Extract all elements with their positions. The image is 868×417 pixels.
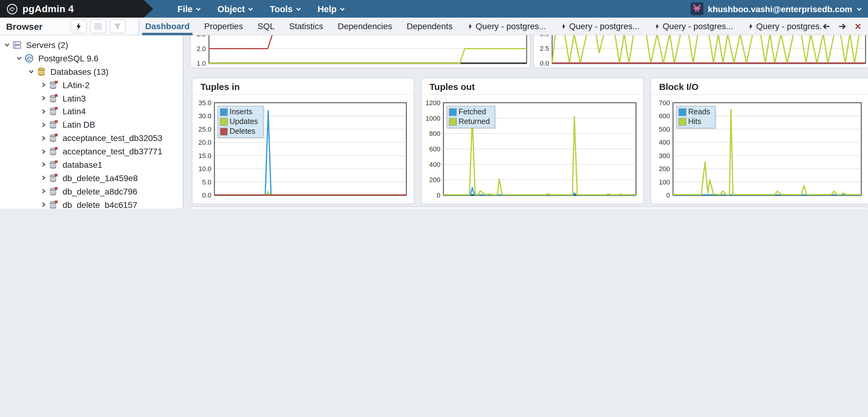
tab-dashboard[interactable]: Dashboard — [145, 17, 189, 35]
view-data-button[interactable] — [90, 19, 106, 33]
legend-swatch — [679, 118, 686, 125]
pgadmin-logo: pgAdmin 4 — [0, 0, 153, 18]
tab-query-tool-3[interactable]: Query - postgres... — [654, 17, 733, 35]
menu-tools[interactable]: Tools — [270, 4, 301, 14]
scroll-tabs-right-button[interactable] — [838, 22, 847, 31]
close-tab-button[interactable] — [854, 22, 863, 31]
filter-icon — [113, 22, 122, 31]
tree-item-postgresql-9-6[interactable]: PostgreSQL 9.6 — [0, 52, 183, 65]
database-icon — [36, 66, 47, 76]
legend-entry: Hits — [679, 117, 710, 126]
tree-item-servers-2-[interactable]: Servers (2) — [0, 38, 183, 52]
svg-text:0.0: 0.0 — [540, 60, 549, 67]
close-icon — [854, 22, 863, 31]
chevron-right-icon[interactable] — [39, 107, 48, 116]
tab-dependencies[interactable]: Dependencies — [338, 17, 392, 35]
tree-item-label: acceptance_test_db37771 — [63, 147, 162, 156]
tab-query-tool-1[interactable]: Query - postgres... — [467, 17, 546, 35]
tab-sql[interactable]: SQL — [257, 17, 275, 35]
filter-button[interactable] — [109, 19, 126, 33]
chevron-right-icon[interactable] — [39, 147, 48, 156]
svg-text:5.0: 5.0 — [202, 178, 211, 186]
chevron-down-icon[interactable] — [14, 54, 23, 63]
legend-swatch — [449, 118, 457, 125]
lightning-icon — [561, 22, 567, 30]
browser-panel-header: Browser — [0, 18, 139, 35]
database-x-icon — [49, 200, 59, 208]
tree-item-latin-db[interactable]: Latin DB — [0, 118, 183, 131]
menu-file[interactable]: File — [177, 4, 201, 14]
scroll-tabs-left-button[interactable] — [822, 22, 831, 31]
legend-swatch — [220, 118, 228, 125]
chart-title: Tuples in — [192, 79, 414, 95]
database-x-icon — [49, 186, 59, 196]
chart-panel-partial-right: 5.02.50.0 — [533, 35, 868, 68]
tab-query-tool-2[interactable]: Query - postgres... — [561, 17, 640, 35]
legend-swatch — [449, 108, 457, 116]
chevron-right-icon[interactable] — [39, 187, 48, 196]
tree-item-label: db_delete_a8dc796 — [63, 186, 137, 196]
menu-object[interactable]: Object — [217, 4, 253, 14]
tree-item-latin4[interactable]: Latin4 — [0, 105, 183, 118]
legend-label: Reads — [688, 108, 710, 116]
database-x-icon — [49, 93, 59, 103]
pgadmin-window: pgAdmin 4 FileObjectToolsHelp khushboo.v… — [0, 0, 868, 208]
svg-text:0: 0 — [666, 191, 670, 199]
chevron-down-icon[interactable] — [27, 67, 35, 76]
legend-label: Updates — [229, 117, 258, 126]
chevron-right-icon[interactable] — [39, 134, 48, 142]
chart-title: Block I/O — [651, 79, 868, 95]
server-icon — [24, 54, 35, 63]
chevron-down-icon[interactable] — [2, 41, 11, 49]
chevron-right-icon[interactable] — [39, 94, 48, 102]
svg-text:15.0: 15.0 — [198, 152, 211, 159]
tree-item-databases-13-[interactable]: Databases (13) — [0, 65, 183, 79]
svg-text:0: 0 — [437, 191, 440, 199]
chart-panel-tuples-in: Tuples in 35.030.025.020.015.010.05.00.0… — [192, 78, 414, 204]
svg-text:25.0: 25.0 — [198, 125, 211, 133]
svg-text:600: 600 — [429, 145, 440, 153]
tree-item-db-delete-b4c6157[interactable]: db_delete_b4c6157 — [0, 198, 183, 208]
svg-text:500: 500 — [659, 125, 670, 133]
chart-legend: InsertsUpdatesDeletes — [217, 106, 263, 138]
svg-text:2.5: 2.5 — [540, 45, 549, 52]
app-title: pgAdmin 4 — [23, 3, 74, 14]
tab-properties[interactable]: Properties — [204, 17, 243, 35]
chevron-right-icon[interactable] — [39, 174, 48, 182]
tree-item-database1[interactable]: database1 — [0, 158, 183, 172]
chevron-right-icon[interactable] — [39, 200, 48, 208]
tab-query-tool-4[interactable]: Query - postgres. — [748, 17, 822, 35]
menu-help[interactable]: Help — [317, 4, 345, 14]
tree-item-db-delete-a8dc796[interactable]: db_delete_a8dc796 — [0, 185, 183, 198]
chart-title: Tuples out — [422, 79, 643, 95]
tree-item-label: Databases (13) — [51, 66, 108, 76]
server-group-icon — [12, 40, 23, 50]
legend-label: Hits — [688, 117, 701, 126]
user-menu[interactable]: khushboo.vashi@enterprisedb.com — [691, 2, 862, 15]
chart-panel-partial-left: 3.02.01.0 — [190, 35, 530, 68]
database-x-icon — [49, 133, 59, 143]
tree-item-db-delete-1a459e8[interactable]: db_delete_1a459e8 — [0, 172, 183, 185]
tree-item-acceptance-test-db37771[interactable]: acceptance_test_db37771 — [0, 145, 183, 158]
tree-item-latin-2[interactable]: LAtin-2 — [0, 78, 183, 91]
tab-statistics[interactable]: Statistics — [289, 17, 323, 35]
query-tool-button[interactable] — [70, 19, 87, 33]
tree-item-latin3[interactable]: Latin3 — [0, 91, 183, 105]
database-x-icon — [49, 80, 59, 90]
user-email: khushboo.vashi@enterprisedb.com — [708, 4, 852, 14]
svg-text:1.0: 1.0 — [196, 60, 206, 67]
chevron-right-icon[interactable] — [39, 121, 48, 129]
tab-navigation — [822, 18, 863, 35]
svg-text:400: 400 — [659, 139, 670, 146]
database-x-icon — [49, 173, 59, 183]
tree-item-acceptance-test-db32053[interactable]: acceptance_test_db32053 — [0, 131, 183, 145]
legend-entry: Fetched — [449, 108, 490, 116]
legend-entry: Returned — [449, 117, 490, 126]
chevron-right-icon[interactable] — [39, 81, 48, 89]
legend-entry: Updates — [220, 117, 258, 126]
legend-label: Returned — [459, 117, 490, 126]
tab-dependents[interactable]: Dependents — [407, 17, 453, 35]
chevron-right-icon[interactable] — [39, 160, 48, 169]
svg-text:5.0: 5.0 — [540, 35, 549, 38]
chart-panel-tuples-out: Tuples out 120010008006004002000FetchedR… — [421, 78, 644, 204]
